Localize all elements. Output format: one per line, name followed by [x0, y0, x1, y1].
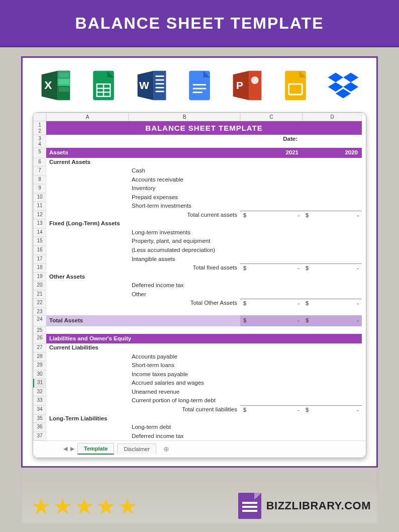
brand-text: BIZZLIBRARY.COM [266, 499, 371, 512]
row-header: 28 [33, 352, 46, 362]
row-header: 19 [33, 273, 46, 282]
cell-empty [129, 158, 240, 167]
excel-icon: X [37, 68, 75, 103]
line-item: Short-term investments [129, 202, 240, 211]
date-label: Date: [240, 135, 303, 145]
line-item: Accrued salaries and wages [129, 379, 240, 388]
svg-rect-13 [155, 91, 164, 92]
svg-rect-2 [59, 87, 69, 92]
row-header-selected: 31 [33, 379, 46, 388]
row-header: 8 [33, 175, 46, 185]
cell-empty [303, 193, 362, 202]
dropbox-icon [324, 68, 362, 103]
line-item: Intangible assets [129, 255, 240, 264]
cell-empty [46, 281, 129, 290]
cell-empty [46, 432, 129, 441]
row-header: 10 [33, 193, 46, 202]
row-header: 32 [33, 388, 46, 397]
row-header: 34 [33, 405, 46, 414]
row-header: 37 [33, 432, 46, 441]
currency-cell: $- [303, 405, 362, 414]
cell-empty [303, 158, 362, 167]
row-header: 25 [33, 326, 46, 334]
row-header: 22 [33, 299, 46, 308]
tab-disclaimer[interactable]: Disclaimer [117, 444, 156, 454]
cell-empty [303, 175, 362, 185]
row-header: 16 [33, 246, 46, 255]
cell-empty [240, 361, 303, 370]
powerpoint-icon: P [228, 68, 266, 103]
row-header: 24 [33, 315, 46, 326]
cell-empty [46, 405, 129, 414]
star-icon: ★ [96, 493, 116, 519]
cell-empty [129, 343, 240, 352]
line-item: Inventory [129, 184, 240, 193]
line-item: Short-term loans [129, 361, 240, 370]
svg-text:X: X [44, 78, 52, 92]
cell-empty [46, 193, 129, 202]
row-header: 17 [33, 255, 46, 264]
footer-row: ★ ★ ★ ★ ★ BIZZLIBRARY.COM [0, 493, 399, 519]
line-item: Long-term investments [129, 228, 240, 237]
line-item: Long-term debt [129, 423, 240, 432]
longterm-liab-header: Long-Term Liabilities [46, 414, 129, 423]
row-header: 6 [33, 158, 46, 167]
google-sheets-icon [84, 68, 123, 103]
cell-empty [240, 370, 303, 379]
bizzlibrary-icon [238, 493, 261, 519]
svg-text:W: W [139, 79, 149, 91]
line-item: Accounts payable [129, 352, 240, 362]
star-icon: ★ [31, 493, 51, 519]
cell-empty [129, 148, 240, 158]
svg-rect-11 [155, 83, 164, 84]
row-header: 15 [33, 237, 46, 246]
spreadsheet-grid: A B C D 12 BALANCE SHEET TEMPLATE 34 Dat… [33, 113, 366, 440]
year-2020: 2020 [303, 148, 362, 158]
cell-empty [46, 228, 129, 237]
row-header: 34 [33, 135, 46, 148]
cell-empty [240, 228, 303, 237]
cell-empty [46, 184, 129, 193]
row-header: 35 [33, 414, 46, 423]
svg-rect-12 [155, 87, 164, 88]
cell-empty [303, 184, 362, 193]
cell-empty [46, 237, 129, 246]
tab-template[interactable]: Template [77, 443, 114, 455]
tab-add-icon[interactable]: ⊕ [159, 445, 173, 453]
row-header: 21 [33, 290, 46, 299]
current-liab-header: Current Liabilities [46, 343, 129, 352]
cell-empty [240, 246, 303, 255]
cell-empty [303, 135, 362, 145]
line-item: Cash [129, 166, 240, 175]
fixed-assets-header: Fixed (Long-Term) Assets [46, 219, 129, 228]
currency-cell: $- [303, 299, 362, 308]
cell-empty [240, 308, 303, 315]
cell-empty [240, 414, 303, 423]
svg-rect-18 [193, 92, 203, 93]
row-header: 29 [33, 361, 46, 370]
cell-empty [303, 326, 362, 334]
row-header: 5 [33, 148, 46, 158]
line-item: Property, plant, and equipment [129, 237, 240, 246]
col-header-a: A [46, 113, 129, 121]
cell-empty [129, 219, 240, 228]
row-header: 27 [33, 343, 46, 352]
corner-cell [33, 113, 46, 121]
brand-logo: BIZZLIBRARY.COM [238, 493, 371, 519]
cell-empty [129, 135, 240, 145]
sheet-title: BALANCE SHEET TEMPLATE [46, 121, 362, 135]
other-assets-header: Other Assets [46, 273, 129, 282]
cell-empty [46, 352, 129, 362]
word-icon: W [133, 68, 171, 103]
col-header-c: C [240, 113, 303, 121]
row-header: 14 [33, 228, 46, 237]
total-assets-val: $- [303, 315, 362, 326]
cell-empty [240, 175, 303, 185]
cell-empty [240, 184, 303, 193]
cell-empty [46, 388, 129, 397]
cell-empty [240, 219, 303, 228]
total-fixed-assets-label: Total fixed assets [129, 263, 240, 273]
row-header: 23 [33, 308, 46, 315]
cell-empty [46, 211, 129, 220]
cell-empty [129, 315, 240, 326]
